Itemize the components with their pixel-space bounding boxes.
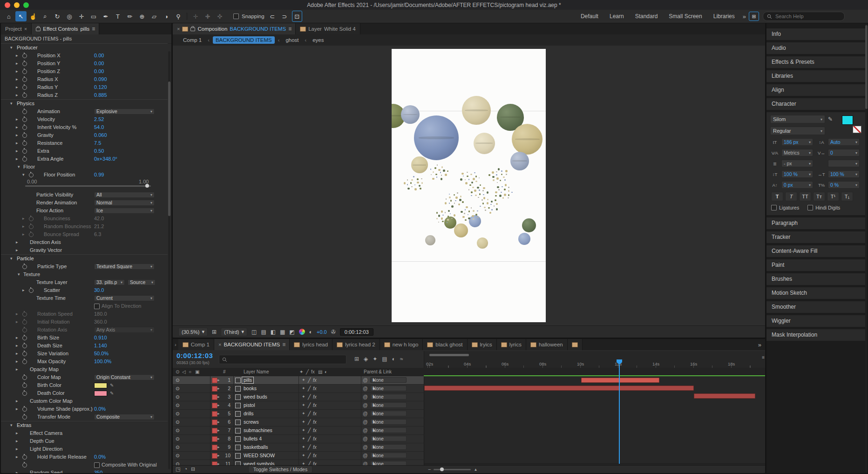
magnification-dropdown[interactable]: (30.5%)▾ [178, 328, 208, 336]
viewer-timecode[interactable]: 0:00:12:03 [340, 328, 373, 336]
layer-color-swatch[interactable] [212, 445, 217, 450]
stopwatch-icon[interactable] [22, 463, 27, 467]
stopwatch-icon[interactable] [22, 336, 27, 340]
stopwatch-icon[interactable] [22, 264, 27, 269]
twirl-icon[interactable]: ▸ [16, 75, 18, 83]
slider-thumb[interactable] [145, 184, 149, 188]
twirl-icon[interactable]: ▸ [16, 123, 18, 131]
checkbox[interactable] [771, 205, 777, 210]
twirl-icon[interactable]: ▸ [217, 401, 220, 409]
panel-info-header[interactable]: Info [766, 28, 865, 40]
shy-icon[interactable]: ✦ [302, 435, 305, 443]
eyedropper-icon[interactable]: ✎ [110, 381, 114, 389]
eyedropper-icon[interactable]: ✎ [828, 116, 833, 122]
track-row[interactable] [424, 424, 765, 432]
property-dropdown[interactable]: Textured Square▾ [94, 264, 155, 270]
stopwatch-icon[interactable] [22, 383, 27, 388]
twirl-icon[interactable]: ▸ [217, 376, 220, 384]
layer-color-swatch[interactable] [212, 403, 217, 408]
stopwatch-icon[interactable] [22, 328, 27, 332]
twirl-icon[interactable]: ▸ [16, 437, 18, 445]
layer-duration-bar[interactable] [581, 378, 659, 383]
timeline-tab-background-items[interactable]: ×BACKGROUND ITEMS≡ [214, 339, 290, 350]
workspace-settings-icon[interactable]: ⊞ [749, 12, 759, 21]
region-of-interest-icon[interactable]: ◫ [251, 329, 257, 335]
panel-menu-icon[interactable]: ≡ [92, 26, 95, 32]
stopwatch-icon[interactable] [22, 149, 27, 154]
twirl-icon[interactable]: ▸ [16, 52, 18, 60]
twirl-icon[interactable]: ▸ [16, 131, 18, 139]
close-icon[interactable]: × [24, 26, 27, 32]
font-size-dropdown[interactable]: 186 px▾ [781, 138, 813, 146]
parent-dropdown[interactable]: None▾ [370, 436, 407, 441]
stopwatch-icon[interactable] [22, 359, 27, 364]
stopwatch-icon[interactable] [22, 54, 27, 58]
stopwatch-icon[interactable] [22, 391, 27, 396]
twirl-icon[interactable]: ▸ [22, 286, 25, 294]
stopwatch-icon[interactable] [22, 133, 27, 138]
layer-color-swatch[interactable] [212, 420, 217, 425]
checkbox[interactable] [94, 462, 100, 468]
rotate-tool[interactable]: ↻ [52, 11, 63, 21]
twirl-icon[interactable]: ▾ [18, 163, 20, 171]
tab-effect-controls[interactable]: Effect Controls pills ≡ [32, 23, 99, 34]
twirl-icon[interactable]: ▸ [16, 469, 18, 473]
local-axis-mode-icon[interactable]: ✛ [190, 11, 201, 21]
fullscreen-window-button[interactable] [23, 2, 29, 8]
extra-dropdown[interactable]: ▾ [828, 160, 860, 167]
quality-icon[interactable]: ╱ [308, 418, 311, 426]
property-dropdown[interactable]: Composite▾ [94, 414, 155, 420]
kerning-dropdown[interactable]: Metrics▾ [781, 149, 813, 156]
snapping-checkbox[interactable] [233, 14, 239, 19]
pick-whip-icon[interactable]: @ [363, 376, 368, 384]
layer-duration-bar[interactable] [424, 386, 694, 391]
shy-icon[interactable]: ✦ [302, 376, 305, 384]
pick-whip-icon[interactable]: @ [363, 452, 368, 460]
parent-dropdown[interactable]: None▾ [370, 427, 407, 433]
checkbox[interactable] [94, 304, 100, 309]
zoom-slider[interactable] [434, 469, 471, 470]
stopwatch-icon[interactable] [22, 375, 27, 380]
eye-icon[interactable]: ⊙ [176, 443, 180, 451]
property-value[interactable]: 42.0 [94, 215, 104, 223]
twirl-icon[interactable]: ▸ [217, 435, 220, 443]
stopwatch-icon[interactable] [29, 224, 34, 229]
panel-wiggler-header[interactable]: Wiggler [766, 315, 865, 327]
help-search-input[interactable] [774, 13, 831, 20]
parent-dropdown[interactable]: None▾ [370, 402, 407, 408]
fx-icon[interactable]: fx [313, 427, 317, 434]
timeline-tab-lyrics-head-2[interactable]: lyrics head 2 [332, 339, 380, 350]
pick-whip-icon[interactable]: @ [363, 418, 368, 426]
fx-icon[interactable]: fx [313, 452, 317, 460]
type-style-button-1[interactable]: T [785, 192, 797, 201]
minimize-window-button[interactable] [14, 2, 20, 8]
eye-icon[interactable]: ⊙ [176, 385, 180, 393]
zoom-out-icon[interactable]: − [428, 467, 431, 472]
dock-scrollbar[interactable] [865, 23, 868, 473]
camera-tool[interactable]: ◎ [64, 11, 75, 21]
panel-tracker-header[interactable]: Tracker [766, 231, 865, 243]
fx-icon[interactable]: fx [313, 376, 317, 384]
pan-behind-tool[interactable]: ✛ [76, 11, 87, 21]
panel-paint-header[interactable]: Paint [766, 259, 865, 271]
layer-color-swatch[interactable] [212, 378, 217, 383]
twirl-icon[interactable]: ▸ [217, 418, 220, 426]
twirl-icon[interactable]: ▸ [16, 397, 18, 405]
tab-project[interactable]: Project × [1, 23, 32, 34]
horizontal-scale-dropdown[interactable]: 100 %▾ [828, 170, 860, 178]
track-row[interactable] [424, 447, 765, 456]
property-dropdown[interactable]: Explosive▾ [94, 108, 155, 115]
tab-scroll-left-icon[interactable]: › [173, 339, 178, 350]
checkbox-hindi-digits[interactable]: Hindi Digits [807, 205, 840, 210]
scrollbar-thumb[interactable] [865, 25, 868, 109]
panel-align-header[interactable]: Align [766, 84, 865, 96]
property-value[interactable]: 0.060 [94, 131, 107, 139]
property-dropdown[interactable]: All▾ [94, 192, 155, 198]
timeline-tab-lyrics[interactable]: lyrics [497, 339, 526, 350]
parent-dropdown[interactable]: None▾ [370, 453, 407, 458]
snap-edges-icon[interactable]: ⊂ [268, 11, 277, 21]
twirl-icon[interactable]: ▸ [16, 68, 18, 75]
stopwatch-icon[interactable] [22, 455, 27, 460]
type-tool[interactable]: T [112, 11, 123, 21]
twirl-icon[interactable]: ▸ [217, 452, 220, 460]
